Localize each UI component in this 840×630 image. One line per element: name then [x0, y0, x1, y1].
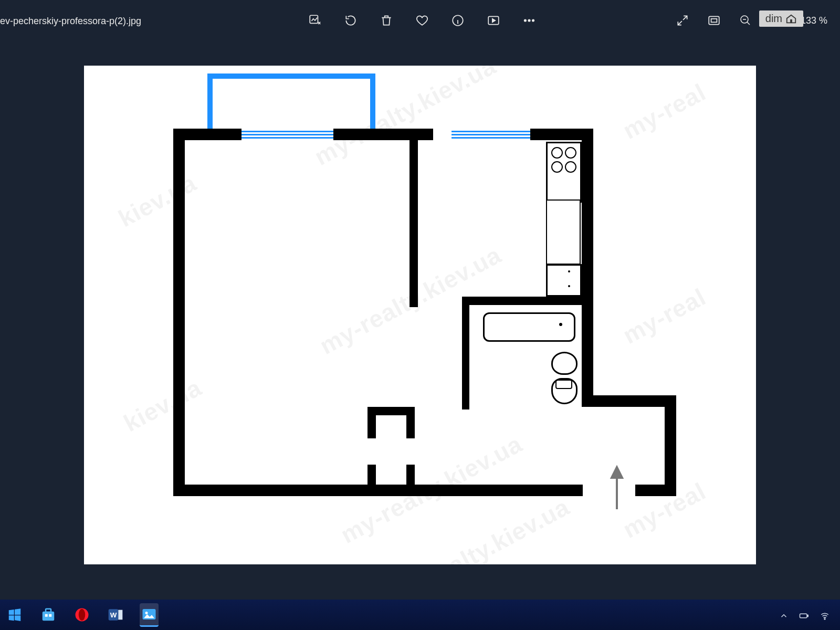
bathtub-fixture	[483, 312, 575, 342]
wall	[462, 297, 469, 410]
svg-rect-7	[711, 19, 717, 23]
washbasin-fixture	[551, 352, 578, 375]
microsoft-store-icon[interactable]	[39, 605, 58, 624]
dim-watermark-badge: dim	[759, 10, 803, 27]
wall	[406, 407, 415, 438]
window	[452, 130, 530, 139]
toilet-tank	[555, 380, 572, 389]
svg-rect-12	[46, 609, 51, 612]
balcony-wall	[370, 74, 375, 131]
zoom-percent-label: 133 %	[801, 15, 827, 26]
svg-rect-22	[800, 614, 807, 618]
svg-rect-10	[790, 19, 792, 22]
info-icon[interactable]	[450, 13, 466, 28]
watermark: kiev.ua	[119, 373, 206, 438]
svg-text:W: W	[110, 611, 117, 619]
faucet-dot	[568, 270, 570, 272]
watermark: my-realty.kiev.ua	[383, 492, 574, 564]
house-icon	[785, 13, 797, 25]
svg-rect-13	[45, 614, 48, 617]
zoom-out-icon[interactable]	[738, 13, 753, 28]
slideshow-icon[interactable]	[486, 13, 501, 28]
counter-fixture	[546, 200, 581, 265]
kitchen-sink-fixture	[546, 264, 582, 297]
wall	[462, 297, 592, 305]
word-icon[interactable]: W	[106, 605, 125, 624]
more-icon[interactable]	[521, 13, 537, 28]
delete-icon[interactable]	[379, 13, 394, 28]
faucet-dot	[568, 285, 570, 287]
balcony-wall	[207, 74, 213, 131]
wall	[368, 465, 376, 486]
svg-rect-23	[807, 615, 808, 617]
toolbar-center	[307, 13, 537, 28]
wall	[173, 485, 583, 496]
watermark: my-realty.kiev.ua	[310, 66, 501, 171]
fullscreen-icon[interactable]	[675, 13, 690, 28]
svg-point-5	[532, 19, 534, 21]
favorite-icon[interactable]	[414, 13, 430, 28]
watermark: kiev.ua	[114, 169, 201, 233]
window	[242, 130, 333, 139]
wall	[410, 129, 418, 307]
wall	[635, 485, 676, 496]
entry-arrow-icon	[609, 465, 625, 512]
svg-rect-19	[118, 610, 122, 620]
svg-rect-11	[43, 612, 55, 621]
svg-point-24	[824, 618, 825, 620]
wifi-icon[interactable]	[819, 611, 831, 623]
floor-plan-image: kiev.ua kiev.ua my-realty.kiev.ua my-rea…	[84, 66, 756, 564]
svg-point-4	[528, 19, 530, 21]
drain-dot	[559, 323, 562, 326]
watermark: my-real	[618, 282, 710, 350]
svg-point-16	[79, 609, 86, 621]
burner-icon	[565, 161, 576, 173]
photos-app-icon[interactable]	[140, 603, 159, 627]
svg-point-3	[524, 19, 526, 21]
rotate-icon[interactable]	[343, 13, 359, 28]
burner-icon	[551, 161, 563, 173]
dim-watermark-text: dim	[765, 13, 782, 25]
svg-point-21	[145, 612, 148, 614]
burner-icon	[565, 147, 576, 159]
system-tray[interactable]	[779, 611, 831, 623]
watermark: my-real	[618, 78, 710, 145]
windows-taskbar[interactable]: W	[0, 600, 840, 630]
fit-to-window-icon[interactable]	[706, 13, 722, 28]
svg-rect-14	[49, 614, 51, 617]
image-viewer[interactable]: kiev.ua kiev.ua my-realty.kiev.ua my-rea…	[0, 37, 840, 593]
wall	[406, 465, 415, 486]
wall	[582, 395, 676, 407]
start-button[interactable]	[5, 605, 24, 624]
photos-app-titlebar: ev-pecherskiy-professora-p(2).jpg	[0, 0, 840, 37]
battery-icon[interactable]	[798, 611, 810, 623]
tray-chevron-icon[interactable]	[779, 611, 789, 623]
wall	[333, 129, 433, 140]
toolbar-right: 133 %	[675, 13, 827, 28]
burner-icon	[551, 147, 563, 159]
balcony-wall	[207, 74, 375, 79]
svg-rect-6	[709, 16, 719, 24]
edit-image-icon[interactable]	[307, 13, 323, 28]
wall	[665, 395, 676, 496]
wall	[582, 129, 593, 407]
filename-label: ev-pecherskiy-professora-p(2).jpg	[0, 16, 141, 27]
opera-icon[interactable]	[72, 605, 91, 624]
wall	[173, 129, 185, 496]
